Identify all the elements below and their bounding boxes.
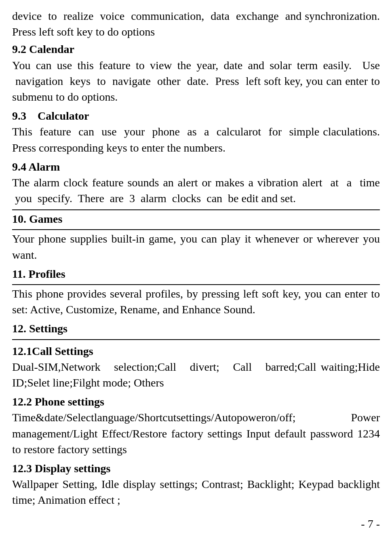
- section-9-4-text: The alarm clock feature sounds an alert …: [12, 175, 380, 206]
- section-12-1-heading: 12.1Call Settings: [12, 343, 380, 359]
- section-10: 10. Games Your phone supplies built-in g…: [12, 209, 380, 263]
- divider-10: [12, 209, 380, 210]
- section-10-text: Your phone supplies built-in game, you c…: [12, 231, 380, 262]
- section-12: 12. Settings: [12, 321, 380, 340]
- section-12-2: 12.2 Phone settings Time&date/Selectlang…: [12, 394, 380, 457]
- section-10-heading: 10. Games: [12, 211, 380, 227]
- section-12-2-text: Time&date/Selectlanguage/Shortcutsetting…: [12, 410, 380, 457]
- section-11-text: This phone provides several profiles, by…: [12, 286, 380, 317]
- section-12-1: 12.1Call Settings Dual-SIM,Network selec…: [12, 343, 380, 391]
- intro-paragraph: device to realize voice communication, d…: [12, 8, 380, 40]
- section-11: 11. Profiles This phone provides several…: [12, 266, 380, 318]
- section-12-2-heading: 12.2 Phone settings: [12, 394, 380, 410]
- section-12-3-heading: 12.3 Display settings: [12, 460, 380, 476]
- section-12-1-text: Dual-SIM,Network selection;Call divert; …: [12, 359, 380, 391]
- page-number: - 7 -: [12, 516, 380, 532]
- intro-text: device to realize voice communication, d…: [12, 8, 380, 40]
- section-12-3-text: Wallpaper Setting, Idle display settings…: [12, 476, 380, 508]
- section-12-3: 12.3 Display settings Wallpaper Setting,…: [12, 460, 380, 508]
- section-9-4: 9.4 Alarm The alarm clock feature sounds…: [12, 159, 380, 207]
- section-9-2: 9.2 Calendar You can use this feature to…: [12, 41, 380, 105]
- section-9-2-text: You can use this feature to view the yea…: [12, 57, 380, 105]
- section-9-2-heading: 9.2 Calendar: [12, 41, 380, 57]
- section-11-heading: 11. Profiles: [12, 266, 380, 282]
- divider-10-bottom: [12, 229, 380, 230]
- divider-11: [12, 284, 380, 285]
- section-12-heading: 12. Settings: [12, 321, 380, 336]
- section-9-4-heading: 9.4 Alarm: [12, 159, 380, 175]
- divider-12: [12, 339, 380, 340]
- document-content: device to realize voice communication, d…: [12, 8, 380, 508]
- section-9-3: 9.3 Calculator This feature can use your…: [12, 108, 380, 156]
- section-9-3-text: This feature can use your phone as a cal…: [12, 124, 380, 155]
- section-9-3-heading: 9.3 Calculator: [12, 108, 380, 124]
